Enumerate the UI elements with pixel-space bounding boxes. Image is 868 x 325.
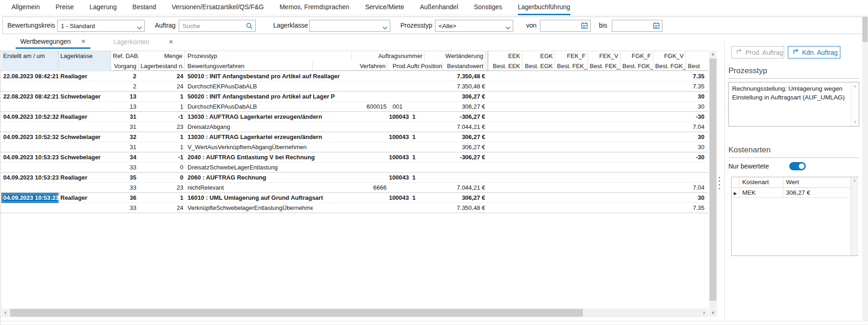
col-best-truncated[interactable]: Best [686,61,708,71]
cell-prozesstyp[interactable]: 16010 : UML Umlagerung auf Grund Auftrag… [186,193,352,203]
col-lagerklasse[interactable]: Lagerklasse [59,51,111,71]
cell-erstellt[interactable]: 22.08.2023 08:42:21 [1,92,59,101]
search-icon[interactable] [246,22,253,31]
cell-bewertungsverfahren[interactable]: VerknüpfteSchwebelagerEntlastungÜbernehm… [186,203,313,213]
col-eek[interactable]: EEK [490,51,522,61]
cell-auftrag[interactable]: 100043 1 [352,152,417,162]
cell-best[interactable]: 30 [687,92,708,101]
col-erstellt[interactable]: Erstellt am / um [1,51,59,71]
table-row[interactable]: 04.09.2023 10:53:23 Reallager 35 0 2060 … [0,173,708,183]
cell-kostenart[interactable]: MEK [739,188,783,198]
cell-prozesstyp[interactable]: 13030 : AUFTRAG Lagerkartei erzeugen/änd… [186,112,352,122]
bis-date-input[interactable] [612,20,663,32]
table-row-selected[interactable]: 04.09.2023 10:53:23 Reallager 36 1 16010… [0,193,708,203]
cell-vorgang[interactable]: 33 [111,203,139,213]
cell-best[interactable]: -30 [687,152,708,162]
cell-best[interactable]: 30 [687,132,708,142]
table-row[interactable]: 22.08.2023 08:42:21 Reallager 2 24 50010… [0,71,708,81]
cell-erstellt[interactable]: 04.09.2023 10:53:23 [1,152,59,162]
col-best-fgk-f[interactable]: Best. FGK_F [621,61,653,71]
cell-ref[interactable]: 13 [111,92,139,101]
tab-sonstiges[interactable]: Sonstiges [474,0,502,15]
table-row[interactable]: 31 23 DreisatzAbgang 7.044,21 € 7.04 [0,122,708,132]
col-egk[interactable]: EGK [522,51,555,61]
table-row[interactable]: 33 23 nichtRelevant 6666 7.044,21 € 7.04 [0,183,708,193]
chevron-down-icon[interactable] [382,24,387,31]
table-row[interactable]: 04.09.2023 10:52:32 Reallager 31 -1 1303… [0,112,708,122]
cell-lagerbestand[interactable]: 0 [139,162,185,172]
table-row[interactable]: 31 1 V_WertAusVerknüpftemAbgangÜbernehme… [0,142,708,152]
cell-menge[interactable]: 1 [139,132,185,142]
tab-bestand[interactable]: Bestand [132,0,156,15]
col-prod-auftr-position[interactable]: Prod.Auftr.Position [391,61,442,71]
tab-lagerbuchfuehrung[interactable]: Lagerbuchführung [518,0,570,15]
cell-best[interactable]: 7.04 [687,122,708,132]
cell-lagerbestand[interactable]: 24 [139,81,185,91]
tab-lagerung[interactable]: Lagerung [89,0,117,15]
table-row[interactable]: 04.09.2023 10:53:23 Schwebelager 34 -1 2… [0,152,708,162]
cell-verfahren[interactable] [314,162,387,172]
cell-best[interactable]: 7.35 [687,81,708,91]
grid-horizontal-scrollbar[interactable]: ‹ › [1,308,708,317]
cell-auftrag[interactable]: 100043 1 [352,132,417,142]
von-date-input[interactable] [540,20,591,32]
cell-menge[interactable]: 1 [139,193,185,203]
cell-lagerbestand[interactable]: 1 [139,102,185,111]
cell-menge[interactable]: 24 [139,71,185,81]
col-bewertungsverfahren[interactable]: Bewertungsverfahren [186,61,313,71]
cell-ref[interactable]: 31 [111,112,139,122]
col-fek-f[interactable]: FEK_F [555,51,588,61]
cell-auftrag[interactable]: 100043 1 [352,173,417,182]
cell-prozesstyp[interactable]: 2040 : AUFTRAG Entlastung V bei Rechnung [186,152,352,162]
col-wertaenderung[interactable]: Wertänderung [425,51,486,61]
prozesstyp-select[interactable]: <Alle> [435,20,513,32]
cell-lagerklasse[interactable]: Reallager [59,173,110,182]
cell-bestandswert[interactable]: 306,27 € [427,102,485,111]
cell-best[interactable]: 30 [687,142,708,152]
scroll-left-icon[interactable]: ‹ [1,308,10,317]
scroll-up-icon[interactable]: ∧ [851,177,858,184]
col-wert[interactable]: Wert [783,177,850,188]
scroll-up-icon[interactable]: ∧ [709,51,717,58]
cell-auftrag[interactable]: 100043 1 [352,112,417,122]
col-verfahren[interactable]: Verfahren [313,61,388,71]
cell-wertaenderung[interactable]: 7.350,48 € [427,71,485,81]
table-row[interactable]: 33 24 VerknüpfteSchwebelagerEntlastungÜb… [0,203,708,213]
cell-best[interactable]: -30 [687,112,708,122]
cell-lagerklasse[interactable]: Schwebelager [59,92,110,101]
cell-lagerbestand[interactable]: 23 [139,183,185,192]
table-row[interactable]: 2 24 DurchschEKPAusDabALB 7.350,48 € 7.3… [0,81,708,92]
cell-wertaenderung[interactable]: 306,27 € [427,193,485,203]
cell-vorgang[interactable]: 33 [111,183,139,192]
cell-erstellt-selected[interactable]: 04.09.2023 10:53:23 [1,193,59,203]
cell-bestandswert[interactable]: 7.044,21 € [427,122,485,132]
col-best-fgk-v[interactable]: Best. FGK_V [653,61,686,71]
cell-ref[interactable]: 35 [111,173,139,182]
cell-bewertungsverfahren[interactable]: nichtRelevant [186,183,313,192]
prozesstyp-description[interactable]: Rechnungsstellung: Umlagerung wegen Eins… [728,82,859,127]
cell-verfahren[interactable] [314,142,387,152]
col-fek-v[interactable]: FEK_V [588,51,621,61]
cell-menge[interactable]: -1 [139,112,185,122]
close-icon[interactable]: ✕ [164,39,173,45]
cell-lagerklasse[interactable]: Schwebelager [59,152,110,162]
cell-vorgang[interactable]: 2 [111,81,139,91]
cell-wertaenderung[interactable]: 306,27 € [427,92,485,101]
cell-ref[interactable]: 32 [111,132,139,142]
scrollbar-thumb[interactable] [862,17,868,42]
cell-ref[interactable]: 34 [111,152,139,162]
cell-prozesstyp[interactable]: 50010 : INIT Anfangsbestand pro Artikel … [186,71,352,81]
cell-bestandswert[interactable]: 7.350,48 € [427,81,485,91]
cell-bestandswert[interactable]: 7.044,21 € [427,183,485,192]
cell-erstellt[interactable]: 04.09.2023 10:52:32 [1,132,59,142]
tab-memos[interactable]: Memos, Fremdsprachen [280,0,350,15]
tab-allgemein[interactable]: Allgemein [12,0,40,15]
col-best-fek-v[interactable]: Best. FEK_V [588,61,621,71]
col-auftragsnummer[interactable]: Auftragsnummer [352,51,425,61]
col-ref-dabalb[interactable]: Ref. DABALB [111,51,139,61]
bewertungskreis-select[interactable]: 1 - Standard [57,20,145,32]
cell-menge[interactable]: 0 [139,173,185,182]
cell-bestandswert[interactable]: 306,27 € [427,142,485,152]
scrollbar-thumb[interactable] [710,58,716,301]
kdn-auftrag-button[interactable]: Kdn. Auftrag [788,46,840,58]
